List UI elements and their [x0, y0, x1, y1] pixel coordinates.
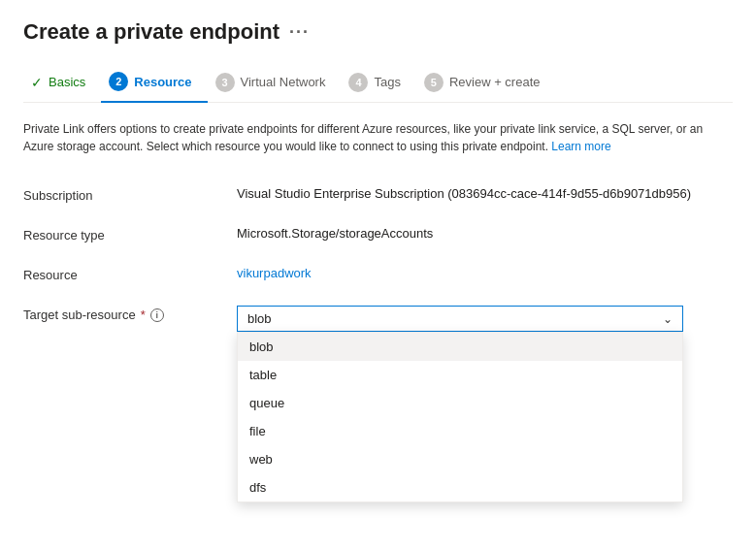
- step-tags-circle: 4: [348, 73, 368, 92]
- target-sub-resource-label: Target sub-resource * i: [23, 306, 237, 322]
- dropdown-menu: blobtablequeuefilewebdfs: [237, 332, 683, 502]
- resource-type-value: Microsoft.Storage/storageAccounts: [237, 226, 733, 241]
- required-indicator: *: [141, 307, 146, 322]
- step-vnet-circle: 3: [215, 73, 235, 92]
- resource-type-label: Resource type: [23, 226, 237, 243]
- page-title: Create a private endpoint: [23, 19, 279, 45]
- step-virtual-network[interactable]: 3 Virtual Network: [208, 65, 342, 102]
- target-sub-resource-dropdown-wrapper: blob ⌄ blobtablequeuefilewebdfs: [237, 306, 733, 332]
- step-basics[interactable]: ✓ Basics: [23, 67, 101, 100]
- step-resource-label: Resource: [134, 75, 191, 89]
- step-vnet-label: Virtual Network: [241, 75, 326, 89]
- info-tooltip-icon[interactable]: i: [150, 308, 164, 322]
- resource-form: Subscription Visual Studio Enterprise Su…: [23, 175, 733, 343]
- step-resource[interactable]: 2 Resource: [101, 64, 207, 103]
- subscription-label: Subscription: [23, 186, 237, 203]
- step-review-label: Review + create: [449, 75, 541, 89]
- target-sub-resource-dropdown[interactable]: blob ⌄: [237, 306, 683, 332]
- dropdown-item-file[interactable]: file: [238, 417, 682, 445]
- resource-row: Resource vikurpadwork: [23, 254, 733, 294]
- resource-type-row: Resource type Microsoft.Storage/storageA…: [23, 214, 733, 254]
- info-text: Private Link offers options to create pr…: [23, 120, 733, 155]
- basics-check-icon: ✓: [31, 75, 43, 90]
- dropdown-item-web[interactable]: web: [238, 445, 682, 473]
- page-title-ellipsis: ···: [289, 22, 310, 43]
- dropdown-selected-value: blob: [247, 311, 272, 326]
- step-review-circle: 5: [424, 73, 444, 92]
- step-tags-label: Tags: [374, 75, 400, 89]
- page-header: Create a private endpoint ···: [23, 19, 733, 45]
- step-resource-circle: 2: [109, 72, 128, 91]
- subscription-row: Subscription Visual Studio Enterprise Su…: [23, 175, 733, 214]
- dropdown-item-blob[interactable]: blob: [238, 333, 682, 361]
- dropdown-chevron-icon: ⌄: [663, 312, 673, 326]
- learn-more-link[interactable]: Learn more: [551, 140, 610, 153]
- step-review-create[interactable]: 5 Review + create: [416, 65, 556, 102]
- dropdown-item-table[interactable]: table: [238, 361, 682, 389]
- dropdown-item-queue[interactable]: queue: [238, 389, 682, 417]
- target-sub-resource-row: Target sub-resource * i blob ⌄ blobtable…: [23, 294, 733, 343]
- resource-value: vikurpadwork: [237, 266, 733, 280]
- target-sub-resource-label-text: Target sub-resource: [23, 307, 136, 322]
- step-tags[interactable]: 4 Tags: [341, 65, 415, 102]
- subscription-value: Visual Studio Enterprise Subscription (0…: [237, 186, 733, 201]
- step-basics-label: Basics: [49, 75, 85, 89]
- wizard-steps: ✓ Basics 2 Resource 3 Virtual Network 4 …: [23, 64, 733, 103]
- resource-label: Resource: [23, 266, 237, 282]
- dropdown-item-dfs[interactable]: dfs: [238, 473, 682, 501]
